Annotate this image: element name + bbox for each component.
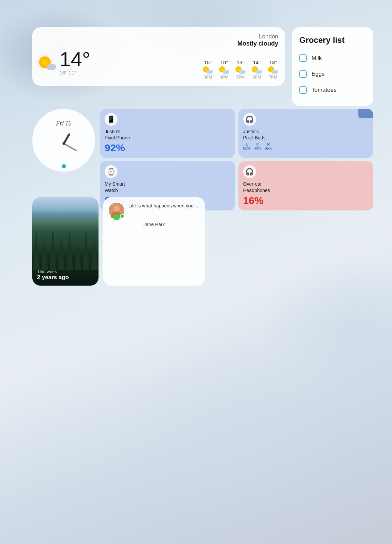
forecast-time: 7PM <box>269 75 278 80</box>
forecast-temp: 16° <box>220 60 228 65</box>
contact-row: Life is what happens when you'r... <box>109 203 200 218</box>
photos-widget[interactable]: This week 2 years ago <box>32 197 99 286</box>
tree <box>91 238 98 270</box>
forecast-cloud <box>255 70 262 74</box>
clock-widget: Fri 16 <box>32 109 95 172</box>
forecast-item: 13° 7PM <box>268 60 278 80</box>
forecast-icon <box>203 66 213 74</box>
tree <box>49 226 57 270</box>
grocery-checkbox[interactable] <box>299 70 307 78</box>
headphones-name: Over-earHeadphones <box>243 181 369 193</box>
forecast-item: 15° 5PM <box>235 60 246 80</box>
buds-channels: L 85% C 49% R 95% <box>243 142 369 150</box>
phone-battery: 92% <box>105 142 230 154</box>
forecast-cloud <box>206 70 213 74</box>
photos-this-week: This week <box>37 269 69 274</box>
clock-center <box>63 142 65 145</box>
weather-main: 14° 16° 11° <box>39 49 90 77</box>
grocery-title: Grocery list <box>299 35 366 45</box>
buds-name: Justin'sPixel Buds <box>243 129 369 141</box>
forecast-temp: 15° <box>237 60 245 65</box>
tree <box>74 241 82 270</box>
grocery-label: Milk <box>311 55 322 62</box>
forecast-item: 14° 6PM <box>252 60 262 80</box>
tree <box>33 233 40 270</box>
grocery-label: Eggs <box>311 71 325 78</box>
weather-forecast: 15° 3PM 16° 4PM 15° 5PM 14° <box>203 60 278 80</box>
phone-icon: 📱 <box>105 113 118 126</box>
forecast-time: 4PM <box>220 75 229 80</box>
tree <box>41 240 48 270</box>
forecast-cloud <box>239 70 246 74</box>
contact-name: Jane Park <box>109 222 200 227</box>
forecast-temp: 15° <box>204 60 212 65</box>
forecast-cloud <box>271 70 278 74</box>
grocery-list: Milk Eggs Tomatoes <box>299 50 366 98</box>
clock-face <box>47 126 81 160</box>
weather-temp: 14° <box>59 49 90 70</box>
forecast-time: 3PM <box>204 75 212 80</box>
grocery-label: Tomatoes <box>311 87 337 94</box>
weather-icon <box>39 56 56 70</box>
buds-accent <box>358 109 373 118</box>
clock-dot <box>62 164 66 168</box>
contact-avatar <box>109 203 124 218</box>
watch-icon: ⌚ <box>105 165 118 178</box>
forecast-icon <box>252 66 262 74</box>
grocery-item[interactable]: Tomatoes <box>299 82 366 98</box>
forecast-time: 5PM <box>236 75 245 80</box>
weather-location: London Mostly cloudy <box>237 33 278 47</box>
weather-widget: London Mostly cloudy 14° 16° 11° <box>32 27 285 86</box>
forecast-icon <box>219 66 229 74</box>
forecast-item: 16° 4PM <box>219 60 229 80</box>
svg-point-1 <box>113 205 120 212</box>
grocery-widget: Grocery list Milk Eggs Tomatoes <box>292 27 373 106</box>
forecast-temp: 14° <box>253 60 261 65</box>
contact-message: Life is what happens when you'r... <box>128 203 200 209</box>
grocery-checkbox[interactable] <box>299 86 307 94</box>
contact-widget[interactable]: Life is what happens when you'r... Jane … <box>103 197 205 286</box>
forecast-cloud <box>222 70 229 74</box>
weather-city: London <box>237 33 278 40</box>
clock-date: Fri 16 <box>56 120 72 127</box>
forecast-temp: 13° <box>269 60 277 65</box>
device-phone[interactable]: 📱 Justin'sPixel Phone 92% <box>100 109 235 158</box>
clock-minute-hand <box>64 143 77 151</box>
forest-trees <box>32 226 99 270</box>
grocery-checkbox[interactable] <box>299 54 307 62</box>
forecast-item: 15° 3PM <box>203 60 213 80</box>
tree <box>82 228 90 270</box>
buds-right: R 95% <box>265 142 272 150</box>
forecast-icon <box>235 66 246 74</box>
forecast-icon <box>268 66 278 74</box>
grocery-item[interactable]: Milk <box>299 50 366 66</box>
buds-icon: 🎧 <box>243 113 256 126</box>
photos-years-ago: 2 years ago <box>37 274 69 281</box>
buds-center: C 49% <box>254 142 262 150</box>
cloud-shape <box>47 64 56 70</box>
tree <box>57 236 65 270</box>
grocery-item[interactable]: Eggs <box>299 66 366 82</box>
watch-name: My SmartWatch <box>105 181 230 193</box>
contact-online-indicator <box>120 214 124 218</box>
phone-name: Justin'sPixel Phone <box>105 129 230 141</box>
devices-grid: 📱 Justin'sPixel Phone 92% 🎧 Justin'sPixe… <box>100 109 373 210</box>
device-buds[interactable]: 🎧 Justin'sPixel Buds L 85% C 49% <box>238 109 374 158</box>
buds-left: L 85% <box>243 142 251 150</box>
photos-overlay: This week 2 years ago <box>37 269 69 281</box>
tree <box>66 231 73 270</box>
headphones-icon: 🎧 <box>243 165 256 178</box>
forecast-time: 6PM <box>253 75 261 80</box>
contact-app-icon <box>113 215 120 220</box>
weather-condition: Mostly cloudy <box>237 40 278 47</box>
